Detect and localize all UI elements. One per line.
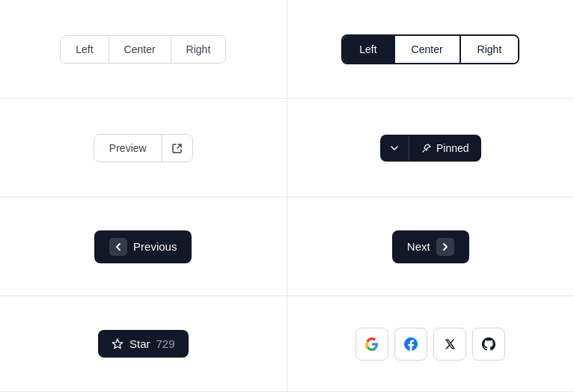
previous-label: Previous bbox=[133, 240, 177, 253]
cell-pinned: Pinned bbox=[287, 99, 575, 197]
cell-previous: Previous bbox=[0, 197, 287, 296]
filled-button-group: Left Center Right bbox=[341, 34, 519, 64]
filled-left-button[interactable]: Left bbox=[343, 36, 394, 63]
filled-center-button[interactable]: Center bbox=[395, 36, 461, 63]
external-link-button[interactable] bbox=[162, 135, 192, 162]
preview-button[interactable]: Preview bbox=[94, 135, 162, 162]
cell-star: Star 729 bbox=[0, 296, 287, 392]
next-chevron-icon bbox=[436, 238, 454, 256]
star-label: Star bbox=[129, 337, 150, 350]
google-button[interactable] bbox=[355, 328, 388, 361]
star-count: 729 bbox=[156, 337, 174, 350]
pinned-text: Pinned bbox=[436, 142, 469, 154]
outline-center-button[interactable]: Center bbox=[109, 36, 171, 63]
facebook-icon bbox=[404, 337, 418, 351]
external-link-icon bbox=[171, 142, 183, 154]
social-button-group bbox=[355, 328, 505, 361]
github-button[interactable] bbox=[472, 328, 505, 361]
outline-left-button[interactable]: Left bbox=[61, 36, 109, 63]
next-label: Next bbox=[407, 240, 430, 253]
x-twitter-icon bbox=[444, 338, 456, 350]
twitter-button[interactable] bbox=[433, 328, 466, 361]
cell-preview: Preview bbox=[0, 99, 287, 197]
pinned-button-group: Pinned bbox=[380, 135, 481, 162]
facebook-button[interactable] bbox=[394, 328, 427, 361]
github-icon bbox=[482, 337, 495, 351]
google-icon bbox=[365, 337, 379, 351]
next-button[interactable]: Next bbox=[392, 230, 469, 263]
cell-social bbox=[287, 296, 575, 392]
star-icon bbox=[112, 338, 123, 350]
star-button[interactable]: Star 729 bbox=[98, 330, 189, 358]
chevron-down-icon bbox=[389, 143, 400, 153]
cell-next: Next bbox=[287, 197, 575, 296]
filled-right-button[interactable]: Right bbox=[461, 36, 519, 63]
previous-button[interactable]: Previous bbox=[94, 230, 192, 263]
pinned-label-button[interactable]: Pinned bbox=[409, 135, 481, 162]
outline-right-button[interactable]: Right bbox=[171, 36, 226, 63]
outline-button-group: Left Center Right bbox=[60, 35, 226, 64]
cell-filled-btn-group: Left Center Right bbox=[287, 0, 575, 99]
preview-button-group: Preview bbox=[94, 134, 193, 162]
cell-outline-btn-group: Left Center Right bbox=[0, 0, 287, 99]
pinned-chevron-button[interactable] bbox=[380, 135, 409, 161]
pin-icon bbox=[421, 143, 432, 153]
previous-chevron-icon bbox=[109, 238, 127, 256]
main-grid: Left Center Right Left Center Right Prev… bbox=[0, 0, 574, 392]
